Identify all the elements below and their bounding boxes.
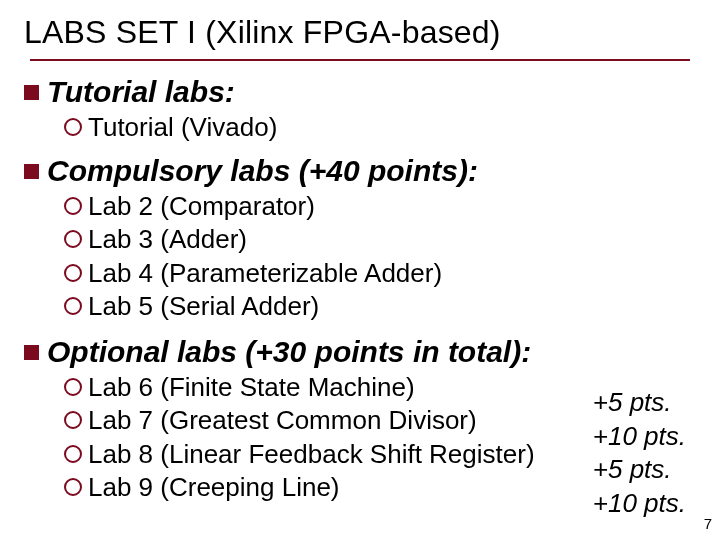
heading-compulsory: Compulsory labs (+40 points): [47,154,478,188]
square-bullet-icon [24,345,39,360]
section-optional: Optional labs (+30 points in total): [24,335,696,369]
slide: LABS SET I (Xilinx FPGA-based) Tutorial … [0,0,720,540]
points-value: +10 pts. [593,420,686,453]
circle-bullet-icon [64,230,82,248]
page-number: 7 [704,515,712,532]
circle-bullet-icon [64,478,82,496]
item-text: Lab 6 (Finite State Machine) [88,371,415,404]
list-item: Lab 3 (Adder) [64,223,696,256]
circle-bullet-icon [64,445,82,463]
list-item: Lab 5 (Serial Adder) [64,290,696,323]
list-item: Lab 2 (Comparator) [64,190,696,223]
slide-title: LABS SET I (Xilinx FPGA-based) [24,14,696,51]
points-value: +10 pts. [593,487,686,520]
heading-tutorial: Tutorial labs: [47,75,235,109]
points-value: +5 pts. [593,386,686,419]
item-text: Lab 8 (Linear Feedback Shift Register) [88,438,535,471]
square-bullet-icon [24,85,39,100]
item-text: Lab 2 (Comparator) [88,190,315,223]
item-text: Lab 7 (Greatest Common Divisor) [88,404,477,437]
optional-points-column: +5 pts. +10 pts. +5 pts. +10 pts. [593,385,686,520]
circle-bullet-icon [64,118,82,136]
title-underline [30,59,690,61]
item-text: Lab 5 (Serial Adder) [88,290,319,323]
circle-bullet-icon [64,378,82,396]
compulsory-items: Lab 2 (Comparator) Lab 3 (Adder) Lab 4 (… [64,190,696,323]
tutorial-items: Tutorial (Vivado) [64,111,696,144]
circle-bullet-icon [64,411,82,429]
section-tutorial: Tutorial labs: [24,75,696,109]
circle-bullet-icon [64,264,82,282]
circle-bullet-icon [64,297,82,315]
list-item: Tutorial (Vivado) [64,111,696,144]
circle-bullet-icon [64,197,82,215]
heading-optional: Optional labs (+30 points in total): [47,335,531,369]
item-text: Tutorial (Vivado) [88,111,277,144]
points-value: +5 pts. [593,453,686,486]
list-item: Lab 4 (Parameterizable Adder) [64,257,696,290]
item-text: Lab 3 (Adder) [88,223,247,256]
item-text: Lab 9 (Creeping Line) [88,471,340,504]
square-bullet-icon [24,164,39,179]
section-compulsory: Compulsory labs (+40 points): [24,154,696,188]
item-text: Lab 4 (Parameterizable Adder) [88,257,442,290]
